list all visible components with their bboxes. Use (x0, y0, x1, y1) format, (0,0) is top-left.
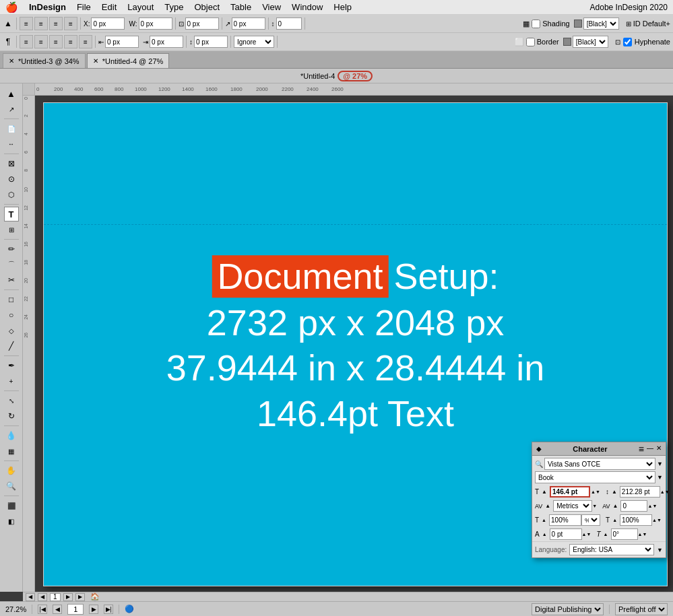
tool-smooth[interactable]: ⌒ (4, 257, 19, 272)
tab-close-untitled3[interactable]: ✕ (9, 57, 14, 65)
tool-rectangle-frame[interactable]: ⊠ (4, 156, 19, 171)
para-align-left[interactable]: ≡ (20, 35, 33, 48)
page-input[interactable] (67, 604, 84, 615)
tool-mode[interactable]: ◧ (4, 514, 19, 528)
tool-gradient[interactable]: ▦ (4, 444, 19, 458)
panel-minimize-icon[interactable]: — (647, 444, 653, 454)
tool-text[interactable]: T (4, 207, 19, 221)
font-name-select[interactable]: Vista Sans OTCE (544, 458, 655, 470)
menu-edit[interactable]: Edit (102, 2, 117, 12)
baseline-up[interactable]: ▲ (582, 532, 587, 537)
color1-select[interactable]: [Black] (583, 18, 619, 30)
baseline-down[interactable]: ▼ (587, 532, 591, 537)
tool-select[interactable]: ▲ (4, 86, 19, 101)
h-scale-input[interactable] (549, 514, 581, 526)
space-input[interactable] (194, 36, 228, 48)
tab-untitled3[interactable]: ✕ *Untitled-3 @ 34% (3, 53, 86, 68)
tool-direct-select[interactable]: ↗ (4, 102, 19, 116)
apple-menu[interactable]: 🍎 (5, 1, 18, 13)
skew-down[interactable]: ▼ (642, 532, 647, 537)
kerning-chevron[interactable]: ▼ (592, 504, 597, 508)
tool-scissors[interactable]: ✂ (4, 273, 19, 287)
tool-gap[interactable]: ↔ (4, 137, 19, 151)
skew-stepper-up[interactable]: ▲ (604, 532, 608, 537)
indent-input[interactable] (105, 36, 139, 48)
last-page-btn[interactable]: ▶| (104, 605, 113, 614)
border-checkbox[interactable] (526, 38, 535, 46)
tool-fill-stroke[interactable]: ⬛ (4, 498, 19, 513)
v-scale-input[interactable] (620, 514, 652, 526)
tool-pencil[interactable]: ✏ (4, 242, 19, 256)
menu-object[interactable]: Object (195, 2, 220, 12)
angle-input[interactable] (232, 18, 265, 30)
tool-table[interactable]: ⊞ (4, 222, 19, 237)
preflight-select[interactable]: Preflight off (615, 603, 668, 615)
color2-select[interactable]: [Black] (573, 36, 608, 48)
scroll-next-page[interactable]: ▶ (63, 593, 73, 601)
font-chevron[interactable]: ▼ (657, 460, 663, 467)
tool-polygon-frame[interactable]: ⬡ (4, 187, 19, 202)
tracking-up-icon[interactable]: ▲ (613, 503, 618, 509)
tool-polygon[interactable]: ◇ (4, 323, 19, 338)
menu-layout[interactable]: Layout (127, 2, 154, 12)
width-input[interactable] (139, 18, 172, 30)
tool-rectangle[interactable]: □ (4, 292, 19, 307)
para-align-right[interactable]: ≡ (49, 35, 63, 48)
kerning-up-icon[interactable]: ▲ (545, 503, 550, 509)
para-align-justify[interactable]: ≡ (64, 35, 77, 48)
tracking-stepper-down[interactable]: ▼ (652, 504, 657, 508)
v-scale-stepper-up[interactable]: ▲ (612, 518, 617, 522)
scroll-prev-page[interactable]: ◀ (38, 593, 47, 601)
tool-pen[interactable]: ✒ (4, 358, 19, 373)
v-scale-stepper-down[interactable]: ▼ (657, 518, 662, 522)
menu-type[interactable]: Type (164, 2, 183, 12)
menu-indesign[interactable]: InDesign (29, 2, 66, 12)
v-scale-stepper-up2[interactable]: ▲ (652, 518, 657, 522)
tool-eyedropper[interactable]: 💧 (4, 428, 19, 443)
prev-page-btn[interactable]: ◀ (53, 605, 62, 614)
tracking-input[interactable] (620, 500, 647, 512)
skew-up[interactable]: ▲ (638, 532, 643, 537)
menu-window[interactable]: Window (292, 2, 323, 12)
home-icon[interactable]: 🏠 (90, 592, 100, 601)
hyphenate-checkbox[interactable] (623, 38, 632, 46)
menu-table[interactable]: Table (230, 2, 251, 12)
tab-close-untitled4[interactable]: ✕ (93, 57, 98, 65)
panel-collapse-icon[interactable]: ◆ (536, 445, 542, 452)
leading-stepper-down[interactable]: ▼ (665, 489, 670, 494)
tool-add-anchor[interactable]: + (4, 374, 19, 388)
character-panel-header[interactable]: ◆ Character ≡ — ✕ (532, 442, 666, 456)
panel-menu-icon[interactable]: ≡ (639, 444, 644, 454)
style-chevron[interactable]: ▼ (657, 474, 663, 481)
tab-untitled4[interactable]: ✕ *Untitled-4 @ 27% (87, 53, 170, 68)
align-left-btn[interactable]: ≡ (20, 17, 33, 30)
tool-page[interactable]: 📄 (4, 121, 19, 136)
skew-input[interactable] (611, 528, 638, 540)
scroll-right-btn[interactable]: ▶ (75, 593, 85, 601)
leading-stepper-up[interactable]: ▲ (660, 489, 665, 494)
size-stepper-down[interactable]: ▼ (596, 489, 600, 494)
font-style-select[interactable]: Book (535, 471, 655, 483)
panel-close-icon[interactable]: ✕ (656, 444, 662, 454)
tool-ellipse-frame[interactable]: ⊙ (4, 172, 19, 186)
font-size-input[interactable] (550, 486, 590, 498)
height-input[interactable] (276, 18, 302, 30)
tool-hand[interactable]: ✋ (4, 463, 19, 478)
tool-line[interactable]: ╱ (4, 339, 19, 353)
tool-ellipse[interactable]: ○ (4, 308, 19, 322)
menu-help[interactable]: Help (333, 2, 352, 12)
h-scale-unit[interactable]: % (581, 514, 600, 526)
baseline-stepper-up[interactable]: ▲ (542, 532, 547, 537)
leading-up-icon[interactable]: ▲ (612, 489, 617, 495)
next-page-btn[interactable]: ▶ (89, 605, 98, 614)
align-right-btn[interactable]: ≡ (49, 17, 63, 30)
x-input[interactable] (91, 18, 125, 30)
indent-input2[interactable] (150, 36, 183, 48)
tool-rotate[interactable]: ↻ (4, 409, 19, 423)
scale-input[interactable] (185, 18, 219, 30)
size-stepper-up[interactable]: ▲ (591, 489, 596, 494)
size-up-icon[interactable]: ▲ (542, 489, 547, 495)
tool-zoom[interactable]: 🔍 (4, 479, 19, 493)
para-align-center[interactable]: ≡ (34, 35, 48, 48)
language-chevron[interactable]: ▼ (657, 547, 663, 553)
